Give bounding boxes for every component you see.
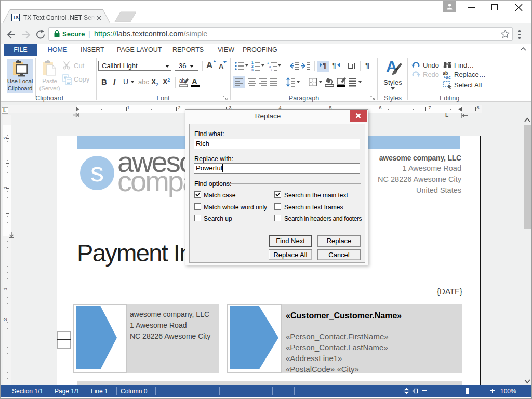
svg-text:3: 3 xyxy=(251,68,254,71)
svg-text:ac: ac xyxy=(446,75,451,79)
svg-text:1: 1 xyxy=(267,61,269,64)
svg-text:i: i xyxy=(271,69,272,71)
svg-text:1: 1 xyxy=(251,61,254,64)
svg-text:a: a xyxy=(269,65,271,68)
svg-text:2: 2 xyxy=(251,64,254,68)
